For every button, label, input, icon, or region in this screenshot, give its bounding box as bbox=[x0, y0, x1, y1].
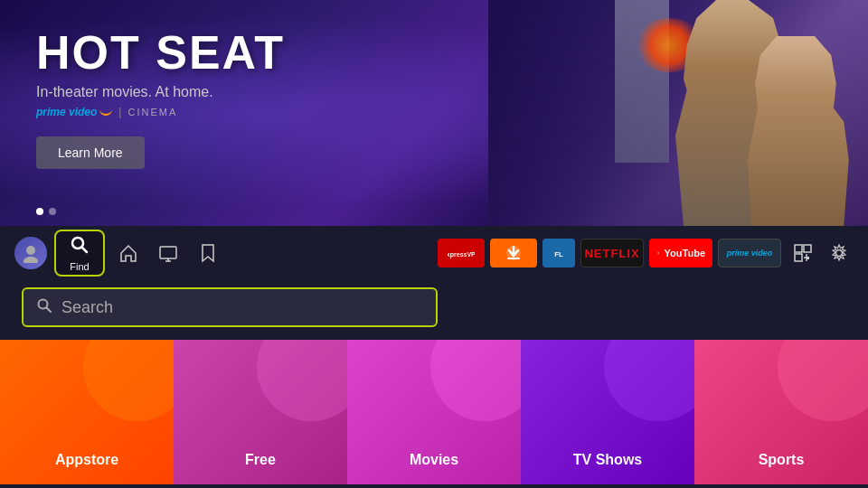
tv-nav-icon[interactable] bbox=[152, 237, 184, 269]
svg-text:ExpressVPN: ExpressVPN bbox=[448, 251, 475, 258]
home-nav-icon[interactable] bbox=[112, 237, 145, 269]
svg-point-0 bbox=[26, 246, 35, 255]
movies-label: Movies bbox=[410, 452, 458, 468]
svg-point-1 bbox=[24, 257, 38, 263]
tvshows-blob bbox=[604, 340, 694, 421]
avatar-icon bbox=[21, 243, 41, 263]
bookmark-nav-icon[interactable] bbox=[192, 237, 224, 269]
youtube-app[interactable]: YouTube bbox=[649, 239, 712, 267]
search-bar[interactable]: Search bbox=[22, 287, 438, 327]
sports-label: Sports bbox=[759, 452, 805, 468]
app-shortcuts: ExpressVPN FL NETFLIX bbox=[438, 239, 781, 267]
prime-logo-text: prime video bbox=[36, 106, 97, 118]
svg-rect-19 bbox=[795, 254, 802, 261]
divider: | bbox=[118, 106, 121, 118]
prime-smile-icon bbox=[99, 109, 112, 116]
expressvpn-app[interactable]: ExpressVPN bbox=[438, 239, 485, 267]
grid-icon[interactable] bbox=[788, 239, 817, 267]
file-app[interactable]: FL bbox=[542, 239, 575, 267]
downloader-app[interactable] bbox=[490, 239, 537, 267]
find-button[interactable]: Find bbox=[54, 230, 105, 277]
file-icon: FL bbox=[550, 240, 568, 266]
search-bar-icon bbox=[36, 297, 52, 317]
svg-rect-18 bbox=[804, 245, 811, 252]
hero-dots bbox=[36, 208, 56, 215]
search-container: Search bbox=[0, 280, 868, 334]
downloader-icon bbox=[500, 243, 527, 263]
netflix-app[interactable]: NETFLIX bbox=[580, 239, 644, 267]
netflix-label: NETFLIX bbox=[584, 247, 639, 260]
category-movies[interactable]: Movies bbox=[347, 340, 521, 484]
learn-more-button[interactable]: Learn More bbox=[36, 136, 145, 169]
svg-rect-17 bbox=[795, 245, 802, 252]
prime-logo: prime video | CINEMA bbox=[36, 106, 285, 118]
tvshows-label: TV Shows bbox=[573, 452, 642, 468]
appstore-blob bbox=[83, 340, 174, 421]
svg-rect-4 bbox=[160, 247, 176, 258]
youtube-play-icon bbox=[656, 247, 661, 259]
prime-video-label: prime video bbox=[727, 249, 773, 258]
prime-video-app[interactable]: prime video bbox=[718, 239, 781, 267]
category-grid: Appstore Free Movies TV Shows Sports bbox=[0, 340, 868, 484]
category-appstore[interactable]: Appstore bbox=[0, 340, 174, 484]
settings-icon[interactable] bbox=[825, 239, 854, 267]
dot-1 bbox=[36, 208, 43, 215]
all-apps-icon bbox=[793, 243, 813, 263]
navigation-bar: Find ExpressVPN bbox=[0, 226, 868, 280]
free-label: Free bbox=[245, 452, 276, 468]
category-sports[interactable]: Sports bbox=[694, 340, 868, 484]
svg-line-25 bbox=[47, 308, 52, 313]
category-tvshows[interactable]: TV Shows bbox=[521, 340, 694, 484]
hero-title: HOT SEAT bbox=[36, 27, 285, 79]
find-label: Find bbox=[70, 261, 89, 272]
user-avatar[interactable] bbox=[14, 237, 47, 269]
expressvpn-icon: ExpressVPN bbox=[448, 244, 475, 262]
cinema-label: CINEMA bbox=[127, 107, 177, 117]
hero-banner: HOT SEAT In-theater movies. At home. pri… bbox=[0, 0, 868, 226]
sports-blob bbox=[778, 340, 868, 421]
hero-content: HOT SEAT In-theater movies. At home. pri… bbox=[36, 27, 285, 169]
gear-icon bbox=[829, 243, 849, 263]
dot-2 bbox=[49, 208, 56, 215]
search-icon bbox=[70, 235, 90, 259]
free-blob bbox=[257, 340, 347, 421]
youtube-label: YouTube bbox=[665, 248, 705, 258]
svg-point-23 bbox=[836, 250, 843, 257]
hero-subtitle: In-theater movies. At home. bbox=[36, 84, 285, 100]
svg-text:FL: FL bbox=[554, 250, 563, 258]
category-free[interactable]: Free bbox=[174, 340, 347, 484]
search-placeholder: Search bbox=[61, 298, 113, 317]
hero-characters bbox=[488, 0, 868, 226]
svg-line-3 bbox=[82, 247, 88, 252]
movies-blob bbox=[430, 340, 521, 421]
appstore-label: Appstore bbox=[55, 452, 118, 468]
